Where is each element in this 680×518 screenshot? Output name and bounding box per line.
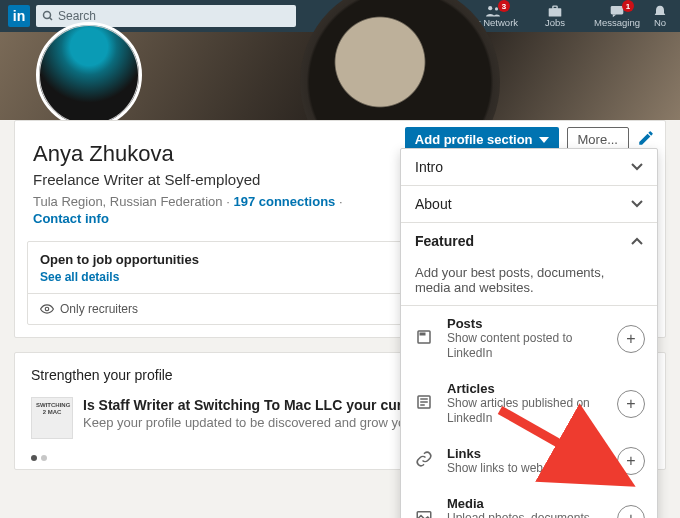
- featured-item-desc: Show links to web content: [447, 461, 605, 476]
- nav-notifications[interactable]: No: [648, 0, 672, 32]
- panel-row-label: Featured: [415, 233, 474, 249]
- add-posts-button[interactable]: +: [617, 325, 645, 353]
- nav-jobs[interactable]: Jobs: [524, 0, 586, 32]
- featured-item-title: Articles: [447, 381, 605, 396]
- avatar[interactable]: [36, 22, 142, 128]
- featured-item-desc: Show articles published on LinkedIn: [447, 396, 605, 426]
- svg-point-7: [45, 307, 49, 311]
- featured-description: Add your best posts, documents, media an…: [401, 259, 657, 306]
- panel-row-label: About: [415, 196, 452, 212]
- nav-messaging[interactable]: 1 Messaging: [586, 0, 648, 32]
- panel-row-featured[interactable]: Featured: [401, 223, 657, 259]
- featured-item-title: Links: [447, 446, 605, 461]
- nav-label: Jobs: [545, 18, 565, 28]
- featured-item-posts: Posts Show content posted to LinkedIn +: [401, 306, 657, 371]
- eye-icon: [40, 302, 54, 316]
- panel-row-about[interactable]: About: [401, 186, 657, 223]
- see-all-details-link[interactable]: See all details: [40, 270, 119, 284]
- dot[interactable]: [31, 455, 37, 461]
- media-icon: [415, 508, 435, 519]
- chevron-up-icon: [631, 237, 643, 245]
- article-icon: [415, 393, 435, 415]
- svg-line-1: [50, 18, 53, 21]
- contact-info-link[interactable]: Contact info: [33, 211, 109, 226]
- badge: 3: [498, 0, 510, 12]
- search-icon: [42, 10, 54, 22]
- connections-link[interactable]: 197 connections: [233, 194, 335, 209]
- panel-row-label: Intro: [415, 159, 443, 175]
- nav-label: Messaging: [594, 18, 640, 28]
- bell-icon: [652, 4, 668, 18]
- svg-rect-5: [553, 6, 557, 9]
- svg-rect-9: [420, 333, 425, 335]
- svg-point-2: [488, 6, 492, 10]
- carousel-dots[interactable]: [31, 455, 47, 461]
- link-icon: [415, 450, 435, 472]
- post-icon: [415, 328, 435, 350]
- panel-row-intro[interactable]: Intro: [401, 149, 657, 186]
- linkedin-logo[interactable]: in: [8, 5, 30, 27]
- add-section-panel: Intro About Featured Add your best posts…: [400, 148, 658, 518]
- chevron-down-icon: [631, 163, 643, 171]
- svg-point-0: [44, 12, 51, 19]
- briefcase-icon: [546, 4, 564, 18]
- add-links-button[interactable]: +: [617, 447, 645, 475]
- featured-item-media: Media Upload photos, documents, and pres…: [401, 486, 657, 518]
- featured-item-links: Links Show links to web content +: [401, 436, 657, 486]
- featured-item-articles: Articles Show articles published on Link…: [401, 371, 657, 436]
- featured-item-title: Media: [447, 496, 605, 511]
- featured-item-desc: Upload photos, documents, and presentati…: [447, 511, 605, 518]
- suggestion-desc: Keep your profile updated to be discover…: [83, 415, 417, 430]
- button-label: Add profile section: [415, 132, 533, 147]
- nav-label: No: [654, 18, 666, 28]
- featured-item-title: Posts: [447, 316, 605, 331]
- add-articles-button[interactable]: +: [617, 390, 645, 418]
- search-placeholder: Search: [58, 9, 96, 23]
- visibility-text: Only recruiters: [60, 302, 138, 316]
- chevron-down-icon: [631, 200, 643, 208]
- featured-item-desc: Show content posted to LinkedIn: [447, 331, 605, 361]
- badge: 1: [622, 0, 634, 12]
- add-media-button[interactable]: +: [617, 505, 645, 519]
- suggestion-title: Is Staff Writer at Switching To Mac LLC …: [83, 397, 417, 413]
- caret-down-icon: [539, 137, 549, 143]
- dot[interactable]: [41, 455, 47, 461]
- profile-location: Tula Region, Russian Federation: [33, 194, 223, 209]
- suggestion-thumb: SWITCHING 2 MAC: [31, 397, 73, 439]
